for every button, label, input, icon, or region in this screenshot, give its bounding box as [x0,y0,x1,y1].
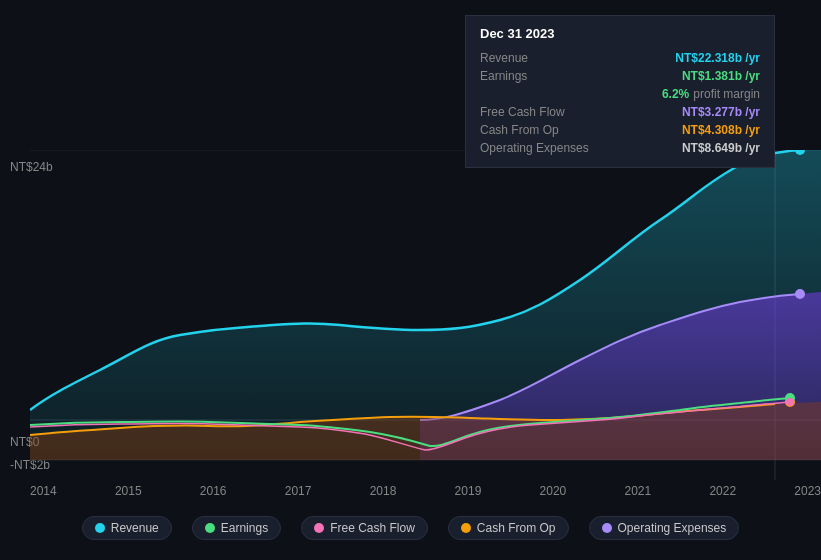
legend-label-cashop: Cash From Op [477,521,556,535]
tooltip-cashop-value: NT$4.308b /yr [682,123,760,137]
x-label-2022: 2022 [709,484,736,498]
tooltip-revenue-row: Revenue NT$22.318b /yr [480,49,760,67]
x-label-2016: 2016 [200,484,227,498]
tooltip-opex-value: NT$8.649b /yr [682,141,760,155]
profit-percent: 6.2% [662,87,689,101]
x-label-2019: 2019 [455,484,482,498]
profit-text: profit margin [693,87,760,101]
legend-revenue[interactable]: Revenue [82,516,172,540]
tooltip-fcf-value: NT$3.277b /yr [682,105,760,119]
tooltip-cashop-row: Cash From Op NT$4.308b /yr [480,121,760,139]
tooltip-earnings-row: Earnings NT$1.381b /yr [480,67,760,85]
tooltip-cashop-label: Cash From Op [480,123,590,137]
chart-container: Dec 31 2023 Revenue NT$22.318b /yr Earni… [0,0,821,560]
legend-label-opex: Operating Expenses [618,521,727,535]
tooltip-fcf-row: Free Cash Flow NT$3.277b /yr [480,103,760,121]
tooltip-revenue-label: Revenue [480,51,590,65]
opex-end-dot [795,289,805,299]
tooltip-revenue-value: NT$22.318b /yr [675,51,760,65]
legend-label-revenue: Revenue [111,521,159,535]
tooltip-opex-label: Operating Expenses [480,141,590,155]
chart-svg [30,150,821,480]
legend-dot-revenue [95,523,105,533]
tooltip-date: Dec 31 2023 [480,26,760,41]
legend-dot-cashop [461,523,471,533]
x-label-2017: 2017 [285,484,312,498]
legend-dot-fcf [314,523,324,533]
legend-opex[interactable]: Operating Expenses [589,516,740,540]
x-label-2020: 2020 [540,484,567,498]
tooltip-earnings-label: Earnings [480,69,590,83]
x-labels: 2014 2015 2016 2017 2018 2019 2020 2021 … [30,484,821,498]
profit-margin-row: 6.2% profit margin [480,85,760,103]
tooltip-opex-row: Operating Expenses NT$8.649b /yr [480,139,760,157]
legend-label-fcf: Free Cash Flow [330,521,415,535]
legend: Revenue Earnings Free Cash Flow Cash Fro… [0,516,821,540]
x-label-2014: 2014 [30,484,57,498]
tooltip-fcf-label: Free Cash Flow [480,105,590,119]
tooltip-box: Dec 31 2023 Revenue NT$22.318b /yr Earni… [465,15,775,168]
legend-dot-opex [602,523,612,533]
legend-earnings[interactable]: Earnings [192,516,281,540]
legend-dot-earnings [205,523,215,533]
legend-label-earnings: Earnings [221,521,268,535]
x-label-2023: 2023 [794,484,821,498]
tooltip-earnings-value: NT$1.381b /yr [682,69,760,83]
x-label-2015: 2015 [115,484,142,498]
legend-fcf[interactable]: Free Cash Flow [301,516,428,540]
x-label-2021: 2021 [624,484,651,498]
x-label-2018: 2018 [370,484,397,498]
fcf-end-dot [786,398,794,406]
legend-cashop[interactable]: Cash From Op [448,516,569,540]
